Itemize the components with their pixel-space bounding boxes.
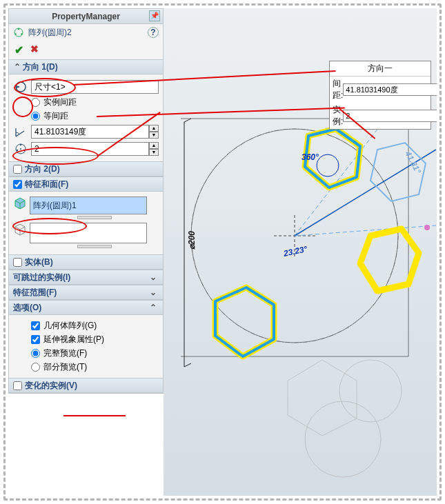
section-scope[interactable]: 特征范围(F) ⌄	[9, 285, 163, 300]
expand-icon: ⌄	[149, 272, 157, 282]
svg-point-17	[317, 154, 339, 177]
direction2-checkbox[interactable]	[13, 165, 22, 174]
callout-spacing-label: 间距:	[333, 78, 343, 101]
section-varied[interactable]: 变化的实例(V)	[9, 378, 163, 393]
svg-point-2	[21, 33, 23, 35]
callout-inst-label: 实例:	[333, 104, 343, 128]
propagate-checkbox[interactable]	[31, 335, 40, 344]
pin-button[interactable]: 📌	[149, 10, 160, 21]
angle-spinner[interactable]: ▲▼	[149, 125, 159, 139]
graphics-viewport[interactable]: ⌀200 360° 23.23° 41.81°	[164, 8, 437, 496]
varied-checkbox[interactable]	[13, 381, 22, 390]
collapse-icon: ⌃	[13, 62, 21, 72]
geom-pattern-label: 几何体阵列(G)	[43, 320, 97, 332]
spacing-radio-row[interactable]: 实例间距	[31, 97, 159, 108]
partial-preview-row[interactable]: 部分预览(T)	[31, 361, 159, 373]
circular-pattern-icon	[13, 27, 24, 38]
section-features-faces-label: 特征和面(F)	[25, 179, 68, 190]
list-resize-handle[interactable]	[77, 216, 112, 219]
angle-row: ▲▼	[13, 124, 159, 139]
dim-360: 360°	[301, 152, 319, 162]
feature-cube-icon	[13, 196, 27, 210]
partial-preview-radio[interactable]	[31, 363, 40, 372]
equal-radio-label: 等间距	[43, 110, 68, 122]
expand-icon: ⌄	[149, 288, 157, 297]
help-button[interactable]: ?	[148, 27, 159, 38]
geom-pattern-checkbox[interactable]	[31, 321, 40, 330]
full-preview-label: 完整预览(F)	[43, 347, 87, 359]
count-row: ▲▼	[13, 141, 159, 157]
partial-preview-label: 部分预览(T)	[43, 361, 87, 373]
dim-41: 41.81°	[403, 149, 423, 175]
face-cube-icon	[13, 223, 27, 236]
geom-pattern-row[interactable]: 几何体阵列(G)	[31, 320, 159, 332]
faces-listbox[interactable]	[30, 223, 147, 243]
section-direction1[interactable]: ⌃ 方向 1(D)	[9, 59, 163, 74]
count-spinner[interactable]: ▲▼	[149, 142, 159, 156]
svg-point-7	[23, 150, 25, 151]
ok-cancel-row: ✔ ✖	[9, 41, 163, 59]
section-features-faces[interactable]: 特征和面(F)	[9, 177, 163, 192]
spacing-radio-label: 实例间距	[43, 97, 77, 108]
features-listbox[interactable]: 阵列(圆周)1	[30, 196, 147, 214]
direction-callout[interactable]: 方向一 间距: ▲▼ 实例: ▲▼	[329, 61, 431, 130]
svg-point-1	[18, 28, 20, 30]
dim-23: 23.23°	[282, 244, 308, 259]
section-options-label: 选项(O)	[13, 302, 41, 314]
reverse-direction-icon[interactable]	[13, 79, 28, 94]
propagate-label: 延伸视象属性(P)	[43, 334, 104, 345]
svg-point-18	[339, 360, 402, 422]
features-list-item: 阵列(圆周)1	[33, 200, 77, 212]
full-preview-radio[interactable]	[31, 349, 40, 358]
svg-point-9	[20, 148, 21, 150]
svg-point-19	[305, 401, 381, 477]
section-direction2-label: 方向 2(D)	[25, 163, 60, 175]
callout-title: 方向一	[330, 61, 431, 77]
svg-point-20	[424, 225, 430, 230]
section-direction2[interactable]: 方向 2(D)	[9, 161, 163, 177]
faces-resize-handle[interactable]	[77, 245, 112, 248]
axis-row	[13, 79, 159, 94]
equal-radio-row[interactable]: 等间距	[31, 110, 159, 122]
svg-point-6	[20, 144, 21, 145]
axis-input[interactable]	[31, 80, 159, 94]
callout-spacing-input[interactable]	[343, 83, 437, 96]
bodies-checkbox[interactable]	[13, 258, 22, 267]
section-skip-label: 可跳过的实例(I)	[13, 272, 70, 283]
propagate-row[interactable]: 延伸视象属性(P)	[31, 334, 159, 345]
section-bodies-label: 实体(B)	[25, 256, 53, 268]
dim-diameter: ⌀200	[187, 231, 197, 250]
callout-inst-input[interactable]	[343, 110, 437, 122]
collapse-icon: ⌃	[149, 303, 157, 312]
feature-name-row: 阵列(圆周)2 ?	[9, 24, 163, 41]
spacing-radio[interactable]	[31, 98, 40, 107]
angle-icon	[13, 124, 28, 139]
section-direction1-label: 方向 1(D)	[23, 61, 58, 73]
features-faces-checkbox[interactable]	[13, 180, 22, 189]
ok-button[interactable]: ✔	[14, 43, 23, 57]
count-input[interactable]	[31, 142, 149, 156]
svg-point-8	[17, 150, 18, 151]
section-bodies[interactable]: 实体(B)	[9, 254, 163, 270]
cancel-button[interactable]: ✖	[30, 43, 39, 57]
equal-radio[interactable]	[31, 112, 40, 121]
instances-icon	[13, 141, 28, 157]
section-varied-label: 变化的实例(V)	[25, 380, 77, 392]
feature-name-label: 阵列(圆周)2	[28, 27, 72, 39]
full-preview-row[interactable]: 完整预览(F)	[31, 347, 159, 359]
svg-point-3	[14, 33, 17, 35]
pm-title: PropertyManager	[52, 12, 120, 21]
svg-line-16	[295, 225, 436, 236]
pm-header: PropertyManager 📌	[9, 9, 163, 24]
angle-input[interactable]	[31, 125, 149, 139]
section-options[interactable]: 选项(O) ⌃	[9, 300, 163, 315]
property-manager-panel: PropertyManager 📌 阵列(圆周)2 ? ✔ ✖ ⌃ 方向 1(D…	[8, 8, 164, 394]
section-skip[interactable]: 可跳过的实例(I) ⌄	[9, 270, 163, 285]
section-scope-label: 特征范围(F)	[13, 287, 57, 299]
annotation-underline	[63, 415, 126, 416]
